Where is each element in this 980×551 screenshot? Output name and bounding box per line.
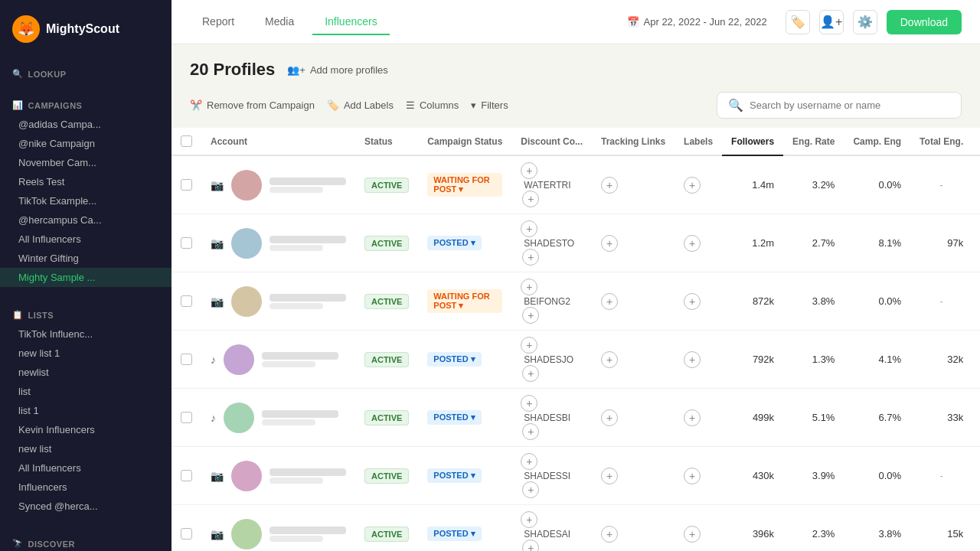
sidebar-item-hercampus[interactable]: @hercampus Ca... [0,210,172,230]
tracking-links-cell: + [592,389,675,447]
followers-header[interactable]: Followers [722,128,783,155]
add-discount-button[interactable]: + [521,220,537,237]
sidebar-item-reels[interactable]: Reels Test [0,172,172,191]
add-discount-button[interactable]: + [521,337,537,354]
sidebar-item-influencers[interactable]: Influencers [0,478,172,497]
campaign-status-badge[interactable]: POSTED ▾ [427,352,481,367]
add-tracking-button[interactable]: + [601,468,618,484]
campaign-status-badge[interactable]: POSTED ▾ [427,468,481,483]
sidebar-item-winter[interactable]: Winter Gifting [0,249,172,268]
sidebar-item-kevin[interactable]: Kevin Influencers [0,420,172,439]
sidebar-item-new-list-1[interactable]: new list 1 [0,344,172,363]
sidebar-item-mighty-sample[interactable]: Mighty Sample ... [0,268,172,287]
columns-button[interactable]: ☰ Columns [406,99,459,111]
discount-more-button[interactable]: + [522,481,539,498]
row-checkbox[interactable] [181,354,192,365]
discount-more-button[interactable]: + [522,191,539,207]
account-name-bar [262,352,338,360]
sidebar-item-november[interactable]: November Cam... [0,153,172,172]
campaign-status-badge[interactable]: WAITING FOR POST ▾ [427,289,502,313]
discover-icon: 🔭 [12,539,24,549]
account-name-bar [270,468,346,476]
sidebar-item-list-1[interactable]: list 1 [0,401,172,420]
camp-eng-cell: 4.1% [844,331,910,389]
download-button[interactable]: Download [887,10,962,34]
select-all-checkbox[interactable] [181,135,192,147]
sidebar-item-adidas[interactable]: @adidas Campa... [0,115,172,134]
add-discount-button[interactable]: + [521,511,537,528]
sidebar-item-all-influencers[interactable]: All Influencers [0,458,172,478]
add-tracking-button[interactable]: + [601,235,618,252]
campaign-status-badge[interactable]: POSTED ▾ [427,410,481,425]
row-checkbox[interactable] [181,528,192,540]
eng-rate-header[interactable]: Eng. Rate [783,128,844,155]
lookup-header: 🔍 LOOKUP [0,64,172,83]
add-tracking-button[interactable]: + [601,293,618,310]
account-sub-bar [270,245,323,251]
row-checkbox-cell [172,272,201,331]
account-sub-bar [270,303,323,309]
add-discount-button[interactable]: + [521,279,537,295]
row-checkbox[interactable] [181,412,192,423]
add-tracking-button[interactable]: + [601,351,618,368]
discount-code-cell: + SHADESSI + [511,447,592,505]
tab-report[interactable]: Report [190,9,247,35]
media-header[interactable]: Media [972,128,980,155]
add-tracking-button[interactable]: + [601,177,618,194]
account-cell: 📷 [201,447,355,505]
search-icon: 🔍 [12,69,24,79]
add-discount-button[interactable]: + [521,453,537,470]
campaign-status-badge[interactable]: POSTED ▾ [427,527,481,541]
add-label-button[interactable]: + [684,293,701,310]
sidebar-item-tiktok-example[interactable]: TikTok Example... [0,191,172,210]
tracking-links-cell: + [592,272,675,331]
discount-more-button[interactable]: + [522,423,539,440]
total-eng-header[interactable]: Total Eng. [910,128,972,155]
search-input[interactable] [750,99,950,111]
add-label-button[interactable]: + [684,177,701,194]
tab-media[interactable]: Media [253,9,306,35]
remove-campaign-button[interactable]: ✂️ Remove from Campaign [190,99,315,111]
sidebar-item-newlist[interactable]: newlist [0,363,172,382]
lists-section: 📋 LISTS TikTok Influenc... new list 1 ne… [0,299,172,522]
campaign-status-badge[interactable]: WAITING FOR POST ▾ [427,173,502,197]
labels-cell: + [675,155,722,214]
row-checkbox[interactable] [181,470,192,481]
filters-button[interactable]: ▾ Filters [471,99,508,111]
row-checkbox[interactable] [181,237,192,249]
discount-more-button[interactable]: + [522,249,539,266]
add-label-button[interactable]: + [684,468,701,484]
tag-button[interactable]: 🏷️ [786,10,810,34]
discount-more-button[interactable]: + [522,365,539,382]
row-checkbox[interactable] [181,295,192,307]
add-label-button[interactable]: + [684,351,701,368]
camp-eng-header[interactable]: Camp. Eng [844,128,910,155]
settings-button[interactable]: ⚙️ [853,10,877,34]
sidebar-item-synced[interactable]: Synced @herca... [0,497,172,516]
followers-cell: 1.2m [722,214,783,272]
discount-more-button[interactable]: + [522,307,539,324]
sidebar-item-all[interactable]: All Influencers [0,230,172,249]
sidebar-item-nike[interactable]: @nike Campaign [0,134,172,153]
add-discount-button[interactable]: + [521,162,537,179]
add-label-button[interactable]: + [684,526,701,543]
discount-more-button[interactable]: + [522,540,539,551]
add-tracking-button[interactable]: + [601,409,618,426]
tab-influencers[interactable]: Influencers [312,9,389,35]
add-profiles-button[interactable]: 👥+ Add more profiles [287,64,387,76]
campaign-status-cell: POSTED ▾ [418,214,511,272]
sidebar-item-list[interactable]: list [0,382,172,401]
row-checkbox[interactable] [181,179,192,191]
add-labels-button[interactable]: 🏷️ Add Labels [327,99,394,111]
sidebar-item-new-list[interactable]: new list [0,439,172,458]
calendar-icon: 📅 [627,16,639,28]
add-label-button[interactable]: + [684,409,701,426]
campaign-status-badge[interactable]: POSTED ▾ [427,236,481,250]
add-user-button[interactable]: 👤+ [819,10,844,34]
add-label-button[interactable]: + [684,235,701,252]
sidebar-item-tiktok[interactable]: TikTok Influenc... [0,324,172,344]
labels-cell: + [675,447,722,505]
add-tracking-button[interactable]: + [601,526,618,543]
followers-cell: 1.4m [722,155,783,214]
add-discount-button[interactable]: + [521,395,537,412]
